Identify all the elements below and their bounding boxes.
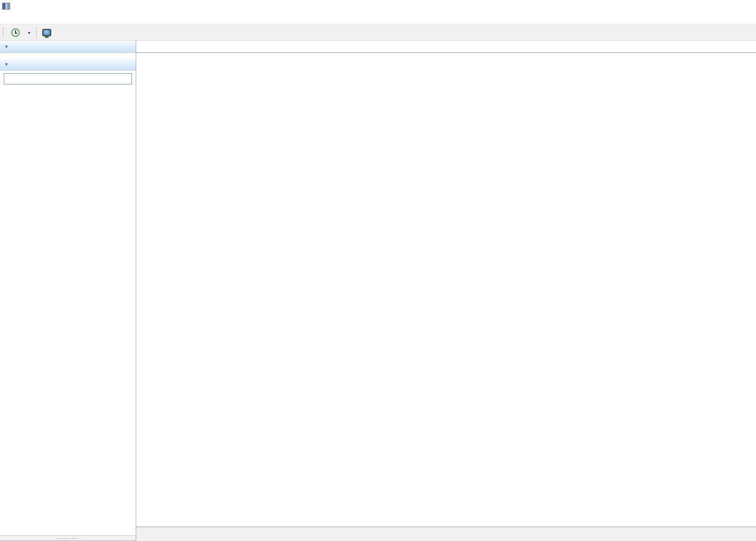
records-grid <box>136 78 756 527</box>
toolbar-grip <box>3 27 5 38</box>
grid-empty-area <box>136 100 756 527</box>
monitor-icon <box>42 29 51 36</box>
app-window: ▼ ▼ ▼ <box>0 0 756 541</box>
menu-bar <box>0 12 756 24</box>
collapse-triangle-icon: ▼ <box>4 44 9 49</box>
toolbar-separator <box>36 27 37 38</box>
grid-header-row <box>136 78 756 89</box>
grid-filter-row <box>136 89 756 100</box>
document-tab-strip <box>136 41 756 53</box>
group-header-shortcuts[interactable]: ▼ <box>0 41 136 53</box>
app-toolbar: ▼ <box>0 24 756 41</box>
sidebar-empty-space <box>0 88 136 535</box>
app-icon <box>2 3 10 10</box>
shortcut-list <box>0 53 136 58</box>
bottom-tab-strip <box>136 527 756 541</box>
chevron-down-icon[interactable]: ▼ <box>27 30 31 35</box>
main-area: ▼ ▼ <box>0 41 756 541</box>
group-header-efatura[interactable]: ▼ <box>0 58 136 71</box>
record-toolbar <box>136 53 756 78</box>
title-bar <box>0 0 756 12</box>
content-area <box>136 41 756 541</box>
reminder-toggle-button[interactable]: ▼ <box>7 26 35 40</box>
splitter-grip[interactable] <box>0 535 136 541</box>
search-wrap <box>0 71 136 88</box>
collapse-triangle-icon: ▼ <box>4 62 9 67</box>
efaturacim-connection-button[interactable] <box>38 26 59 40</box>
sidebar: ▼ ▼ <box>0 41 136 541</box>
search-input[interactable] <box>4 73 132 84</box>
clock-icon <box>11 28 20 37</box>
